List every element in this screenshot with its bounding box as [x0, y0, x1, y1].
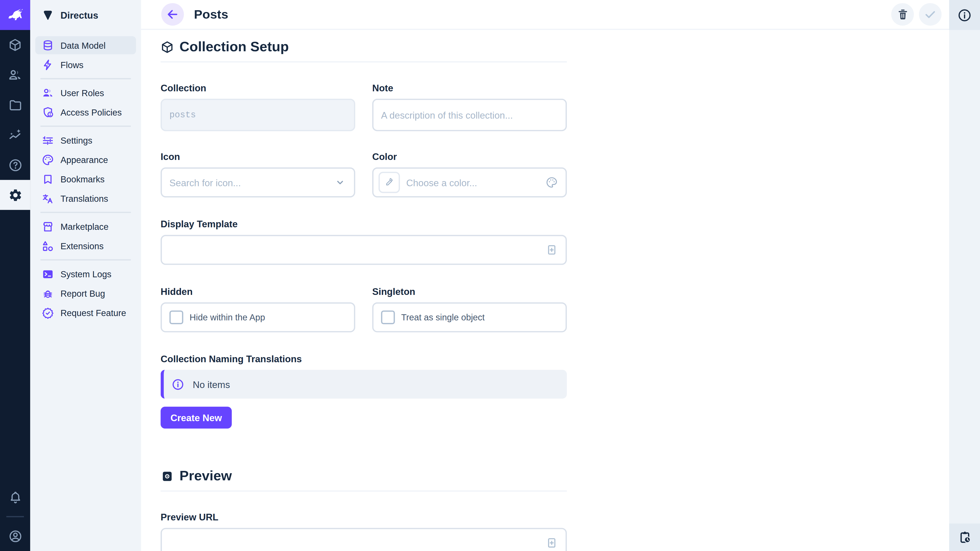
palette-small-icon: [546, 176, 558, 189]
section-divider: [161, 490, 567, 492]
project-header[interactable]: Directus: [30, 0, 141, 30]
icon-select[interactable]: Search for icon...: [161, 167, 355, 197]
nav-item-label: Translations: [60, 193, 108, 203]
eyedropper-icon: [384, 178, 394, 187]
nav-item-label: Report Bug: [60, 288, 105, 298]
bookmark-icon: [41, 173, 54, 185]
box-icon: [8, 38, 22, 52]
group-icon: [41, 86, 54, 99]
user-avatar[interactable]: [0, 521, 30, 551]
clipboard-clock-icon: [958, 530, 971, 544]
save-button[interactable]: [919, 3, 942, 25]
collection-input: posts: [161, 99, 355, 131]
module-content[interactable]: [0, 30, 30, 60]
no-items-text: No items: [192, 379, 230, 389]
color-input[interactable]: Choose a color...: [372, 167, 567, 197]
project-name: Directus: [60, 10, 98, 21]
nav-item-flows[interactable]: Flows: [35, 56, 136, 74]
create-new-button[interactable]: Create New: [161, 407, 232, 429]
shapes-icon: [41, 240, 54, 252]
nav-item-user-roles[interactable]: User Roles: [35, 84, 136, 102]
module-help[interactable]: [0, 150, 30, 180]
singleton-field-label: Singleton: [372, 286, 567, 297]
section-title: Collection Setup: [180, 39, 289, 55]
display-template-label: Display Template: [161, 219, 567, 229]
singleton-checkbox-label: Treat as single object: [401, 312, 485, 322]
module-insights[interactable]: [0, 120, 30, 150]
hidden-checkbox-row[interactable]: Hide within the App: [161, 302, 355, 332]
display-template-input[interactable]: [161, 235, 567, 265]
nav-item-extensions[interactable]: Extensions: [35, 237, 136, 255]
back-button[interactable]: [161, 3, 184, 25]
project-fan-icon: [41, 9, 54, 21]
hidden-checkbox[interactable]: [169, 310, 183, 324]
nav-item-system-logs[interactable]: System Logs: [35, 265, 136, 283]
box-outline-icon: [161, 40, 174, 53]
nav-item-label: Settings: [60, 135, 92, 145]
nav-item-marketplace[interactable]: Marketplace: [35, 218, 136, 235]
add-field-icon[interactable]: [546, 244, 558, 256]
nav-item-label: Data Model: [60, 40, 106, 50]
page-title: Posts: [194, 7, 228, 21]
rabbit-logo-icon: [6, 6, 24, 24]
nav-item-label: Extensions: [60, 241, 103, 251]
section-title: Preview: [180, 468, 232, 484]
bell-icon: [8, 490, 22, 504]
insights-icon: [8, 127, 23, 143]
storefront-icon: [41, 220, 54, 233]
color-placeholder: Choose a color...: [406, 177, 477, 188]
check-icon: [923, 7, 937, 21]
arrow-left-icon: [165, 7, 180, 21]
singleton-checkbox-row[interactable]: Treat as single object: [372, 302, 567, 332]
preview-url-input[interactable]: [161, 528, 567, 551]
section-divider: [161, 61, 567, 62]
settings-nav-sidebar: Directus Data Model Flows User Ro: [30, 0, 141, 551]
nav-divider: [40, 78, 131, 79]
people-icon: [8, 67, 23, 83]
nav-item-access-policies[interactable]: Access Policies: [35, 103, 136, 121]
delete-button[interactable]: [891, 3, 914, 25]
nav-item-bookmarks[interactable]: Bookmarks: [35, 170, 136, 188]
revisions-button[interactable]: [949, 524, 980, 551]
icon-placeholder: Search for icon...: [169, 177, 241, 188]
notifications-button[interactable]: [0, 483, 30, 513]
nav-item-label: Appearance: [60, 155, 108, 165]
singleton-checkbox[interactable]: [381, 310, 395, 324]
nav-item-report-bug[interactable]: Report Bug: [35, 284, 136, 302]
trash-icon: [896, 8, 909, 21]
gear-icon: [8, 188, 22, 202]
account-circle-icon: [8, 529, 22, 543]
nav-item-request-feature[interactable]: Request Feature: [35, 303, 136, 322]
directus-logo[interactable]: [0, 0, 30, 30]
note-placeholder: A description of this collection...: [381, 110, 513, 121]
color-swatch-button[interactable]: [379, 171, 400, 193]
nav-divider: [40, 259, 131, 260]
add-field-icon[interactable]: [546, 537, 558, 549]
database-icon: [41, 39, 54, 52]
no-items-notice: No items: [161, 370, 567, 399]
nav-item-label: Request Feature: [60, 308, 126, 318]
page-header: Posts: [141, 0, 949, 30]
module-bar: [0, 0, 30, 551]
nav-item-translations[interactable]: Translations: [35, 189, 136, 207]
folder-icon: [8, 98, 22, 112]
nav-item-label: Access Policies: [60, 107, 122, 117]
module-bar-divider: [6, 516, 24, 517]
color-field-label: Color: [372, 151, 567, 162]
module-users[interactable]: [0, 60, 30, 90]
nav-item-settings[interactable]: Settings: [35, 131, 136, 149]
sidebar-info-toggle[interactable]: [949, 0, 980, 30]
main-content: Collection Setup Collection posts Note A…: [141, 30, 949, 551]
info-icon: [957, 8, 972, 22]
right-sidebar-strip: [949, 0, 980, 551]
nav-item-appearance[interactable]: Appearance: [35, 151, 136, 168]
nav-item-label: User Roles: [60, 88, 104, 98]
info-circle-icon: [171, 378, 185, 391]
module-settings[interactable]: [0, 180, 30, 210]
module-files[interactable]: [0, 90, 30, 120]
collection-field-label: Collection: [161, 83, 355, 93]
seal-check-icon: [41, 306, 54, 319]
collection-setup-heading: Collection Setup: [161, 36, 567, 58]
nav-item-data-model[interactable]: Data Model: [35, 36, 136, 54]
note-input[interactable]: A description of this collection...: [372, 99, 567, 131]
